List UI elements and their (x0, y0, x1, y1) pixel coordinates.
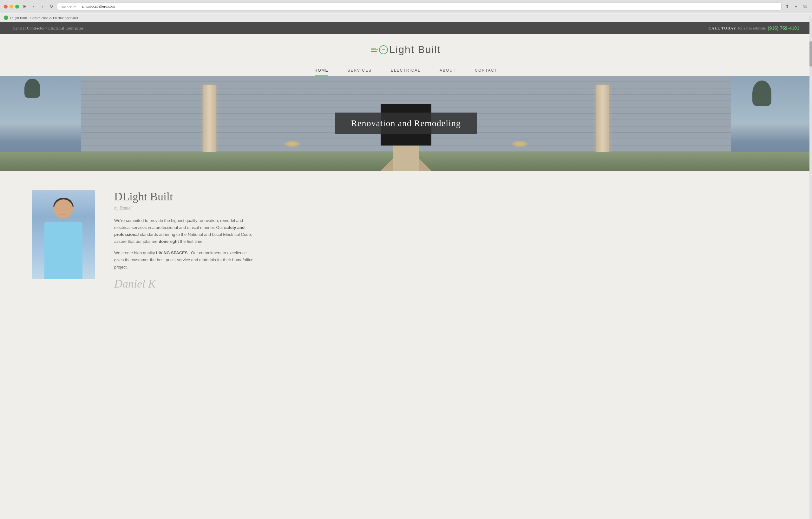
logo-container[interactable]: Light Built (6, 44, 806, 56)
extensions-button[interactable]: ⧉ (802, 3, 808, 10)
nav-contact[interactable]: CONTACT (465, 65, 507, 76)
scrollbar[interactable] (809, 16, 812, 519)
dot-green[interactable] (15, 5, 19, 8)
about-p1-bold2: done right (158, 239, 179, 244)
scrollbar-thumb[interactable] (809, 41, 812, 67)
browser-chrome: ⊞ ‹ › ↻ Not Secure — antoniocaballero.co… (0, 0, 812, 22)
about-image (32, 190, 95, 279)
about-section: DLight Built by Daniel We're commited to… (0, 171, 812, 309)
about-content: DLight Built by Daniel We're commited to… (114, 190, 257, 291)
hero-section: Renovation and Remodeling (0, 76, 812, 171)
person-smile (60, 211, 67, 215)
back-button[interactable]: ‹ (30, 3, 37, 10)
hero-light-right (512, 141, 528, 147)
nav-about[interactable]: ABOUT (430, 65, 465, 76)
logo-line-1 (371, 48, 376, 49)
refresh-button[interactable]: ↻ (48, 3, 55, 10)
top-bar-contractor-text: General Contractor / Electrical Contract… (13, 26, 83, 31)
hero-overlay: Renovation and Remodeling (335, 113, 476, 134)
top-bar: General Contractor / Electrical Contract… (0, 22, 812, 34)
about-p2-text1: We create high quality (114, 250, 156, 255)
phone-number[interactable]: (916) 769-4101 (767, 25, 799, 31)
about-title: DLight Built (114, 190, 257, 203)
hero-tree-left (24, 79, 40, 98)
browser-tab[interactable]: Dlight Built – Construction & Electric S… (0, 13, 812, 22)
logo-text: Light Built (389, 44, 441, 56)
hero-tree-right (752, 81, 772, 106)
about-byline: by Daniel (114, 206, 257, 211)
logo-line-2 (371, 50, 378, 50)
website: General Contractor / Electrical Contract… (0, 22, 812, 309)
person-head (54, 200, 73, 218)
dot-red[interactable] (4, 5, 8, 8)
signature: Daniel K (114, 277, 257, 291)
call-today-label: CALL TODAY (708, 26, 736, 31)
url-text: antoniocaballero.com (82, 4, 115, 9)
new-tab-button[interactable]: + (793, 3, 799, 10)
logo-line-3 (371, 51, 377, 52)
site-nav: HOME SERVICES ELECTRICAL ABOUT CONTACT (6, 62, 806, 76)
person-photo (32, 190, 95, 279)
about-p1-text: We're commited to provide the highest qu… (114, 218, 243, 230)
tab-favicon (4, 16, 8, 20)
about-p1-text3: the first time. (179, 239, 204, 244)
logo-icon (371, 45, 388, 54)
nav-electrical[interactable]: ELECTRICAL (381, 65, 430, 76)
not-secure-label: Not Secure — (61, 5, 81, 8)
share-button[interactable]: ⬆ (784, 3, 790, 10)
tab-title: Dlight Built – Construction & Electric S… (10, 16, 78, 20)
logo-lines (371, 48, 378, 52)
nav-services[interactable]: SERVICES (338, 65, 381, 76)
nav-home[interactable]: HOME (305, 65, 338, 76)
dot-yellow[interactable] (9, 5, 13, 8)
sidebar-toggle[interactable]: ⊞ (22, 3, 28, 10)
hero-title: Renovation and Remodeling (351, 118, 461, 128)
hero-light-left (284, 141, 300, 147)
logo-circle-d (379, 45, 388, 54)
about-p2-bold: LIVING SPACES (156, 250, 187, 255)
browser-titlebar: ⊞ ‹ › ↻ Not Secure — antoniocaballero.co… (0, 0, 812, 13)
top-bar-contact: CALL TODAY for a free estimate (916) 769… (708, 25, 799, 31)
logo-text-content: Light Built (389, 44, 441, 55)
address-bar[interactable]: Not Secure — antoniocaballero.com (57, 3, 782, 10)
browser-dots (4, 5, 19, 8)
person-body (45, 222, 83, 279)
hero-title-box: Renovation and Remodeling (335, 113, 476, 134)
for-estimate-label: for a free estimate (738, 26, 766, 31)
forward-button[interactable]: › (39, 3, 46, 10)
site-header: Light Built HOME SERVICES ELECTRICAL ABO… (0, 34, 812, 76)
about-paragraph-1: We're commited to provide the highest qu… (114, 217, 257, 245)
about-paragraph-2: We create high quality LIVING SPACES . O… (114, 249, 257, 270)
hero-path-body (393, 146, 419, 171)
